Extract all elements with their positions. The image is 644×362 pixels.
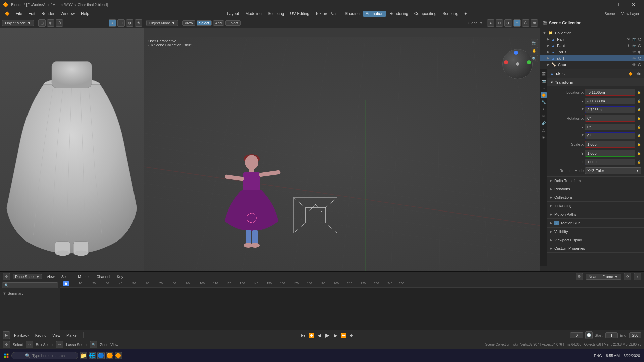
outliner-item-hair[interactable]: ▶ ▲ Hair 👁 📷 ◎ [540, 36, 644, 42]
xray-btn[interactable]: ⬡ [56, 19, 63, 27]
keying-menu[interactable]: Keying [33, 333, 49, 338]
viewport-display-header[interactable]: ▶ Viewport Display [547, 236, 644, 244]
scene-props-icon[interactable]: 🎬 [541, 71, 547, 77]
timeline-right-panel[interactable]: 0 0 10 20 30 40 50 60 70 80 90 100 110 1… [60, 281, 644, 330]
timeline-type-icon[interactable]: ⏱ [3, 273, 10, 280]
timeline-view-menu[interactable]: View [45, 274, 57, 279]
move-view-btn[interactable]: ✋ [531, 47, 538, 54]
viewport-rendered-btn[interactable]: ☀ [135, 19, 142, 27]
rotation-z-value[interactable]: 0° [585, 132, 635, 139]
wire-shading-btn[interactable]: ◻ [496, 19, 503, 27]
char-visibility-icon[interactable]: 👁 [632, 63, 636, 67]
search-taskbar-placeholder[interactable]: Type here to search [32, 354, 65, 358]
particles-props-icon[interactable]: ✦ [541, 106, 547, 112]
scale-y-lock-icon[interactable]: 🔒 [637, 151, 641, 156]
ws-tab-uv[interactable]: UV Editing [287, 11, 312, 17]
rotation-x-value[interactable]: 0° [585, 115, 635, 122]
timeline-normalize-icon[interactable]: ↕ [634, 273, 641, 280]
jump-to-prev-keyframe-btn[interactable]: ⏪ [308, 331, 315, 339]
collections-header[interactable]: ▶ Collections [547, 193, 644, 201]
edge-btn[interactable]: 🌐 [89, 352, 96, 359]
pant-render-icon[interactable]: ◎ [638, 43, 641, 48]
marker-menu[interactable]: Marker [64, 333, 80, 338]
current-frame-display[interactable]: 0 [570, 332, 583, 338]
menu-window[interactable]: Window [58, 11, 77, 17]
render-props-icon[interactable]: 📷 [541, 78, 547, 84]
location-z-value[interactable]: 2.7258m [585, 106, 635, 113]
ws-tab-modeling[interactable]: Modeling [243, 11, 264, 17]
zoom-view-btn[interactable]: 🔍 [531, 55, 538, 62]
scene-canvas[interactable]: 📷 ✋ 🔍 [144, 37, 540, 272]
pant-camera-icon[interactable]: 📷 [632, 44, 636, 47]
timeline-playhead[interactable] [66, 281, 66, 330]
frame-clock-icon[interactable]: 🕐 [585, 331, 593, 339]
object-props-icon[interactable]: 🔶 [541, 92, 547, 98]
ws-tab-scripting[interactable]: Scripting [440, 11, 461, 17]
timeline-search-input[interactable] [2, 282, 58, 288]
collection-root-item[interactable]: ▼ 📁 Collection [540, 29, 644, 36]
rotation-x-lock-icon[interactable]: 🔒 [637, 116, 641, 121]
object-mode-selector[interactable]: Object Mode ▼ [2, 20, 34, 26]
menu-edit[interactable]: Edit [25, 11, 38, 17]
overlay-btn[interactable]: ◎ [47, 19, 54, 27]
transform-section-header[interactable]: ▼ Transform [547, 78, 644, 86]
frame-snap-selector[interactable]: Nearest Frame ▼ [586, 274, 621, 280]
lasso-select-label[interactable]: Lasso Select [66, 343, 87, 347]
jump-to-end-btn[interactable]: ⏭ [348, 331, 355, 339]
menu-blender[interactable]: 🔶 [2, 11, 12, 17]
task3-btn[interactable]: 🟠 [106, 352, 113, 359]
start-frame-value[interactable]: 1 [605, 332, 618, 338]
motion-blur-header[interactable]: ▶ ✓ Motion Blur [547, 219, 644, 227]
delta-transform-header[interactable]: ▶ Delta Transform [547, 177, 644, 185]
bottom-mode-icon[interactable]: ⏱ [3, 341, 10, 348]
outliner-item-torus[interactable]: ▶ ▲ Torus 👁 ◎ [540, 49, 644, 55]
select-menu-btn[interactable]: Select [197, 20, 212, 26]
location-z-lock-icon[interactable]: 🔒 [637, 107, 641, 112]
material-shading-btn[interactable]: ◑ [504, 19, 512, 27]
timeline-key-menu[interactable]: Key [115, 274, 125, 279]
play-btn[interactable]: ▶ [324, 331, 331, 339]
main-mode-selector[interactable]: Object Mode ▼ [146, 20, 178, 26]
timeline-sync-icon[interactable]: ⟳ [624, 273, 631, 280]
end-frame-value[interactable]: 250 [629, 332, 641, 338]
instancing-header[interactable]: ▶ Instancing [547, 202, 644, 210]
scale-x-lock-icon[interactable]: 🔒 [637, 142, 641, 147]
menu-help[interactable]: Help [78, 11, 92, 17]
ws-tab-shading[interactable]: Shading [342, 11, 362, 17]
ws-tab-texture[interactable]: Texture Paint [313, 11, 341, 17]
hair-camera-icon[interactable]: 📷 [632, 38, 636, 41]
viewport-shading-btn[interactable]: ⬚ [38, 19, 46, 27]
step-back-btn[interactable]: ◀ [316, 331, 323, 339]
motion-blur-checkbox[interactable]: ✓ [554, 221, 559, 225]
view-layer-selector[interactable]: View Layer [619, 12, 642, 16]
viewport-wire-btn[interactable]: ◻ [117, 19, 125, 27]
torus-render-icon[interactable]: ◎ [638, 50, 641, 54]
left-viewport[interactable] [0, 28, 144, 272]
scale-y-value[interactable]: 1.000 [585, 150, 635, 157]
box-select-label[interactable]: Box Select [36, 343, 54, 347]
visibility-header[interactable]: ▶ Visibility [547, 228, 644, 236]
ws-tab-layout[interactable]: Layout [224, 11, 242, 17]
viewport-solid-btn[interactable]: ● [109, 19, 116, 27]
relations-header[interactable]: ▶ Relations [547, 185, 644, 193]
char-render-icon[interactable]: ◎ [638, 62, 641, 67]
camera-view-btn[interactable]: 📷 [531, 39, 538, 46]
ws-tab-rendering[interactable]: Rendering [387, 11, 411, 17]
skirt-visibility-icon[interactable]: 👁 [632, 56, 636, 60]
ws-tab-add[interactable]: + [462, 11, 469, 17]
hair-render-icon[interactable]: ◎ [638, 37, 641, 41]
file-explorer-btn[interactable]: 📁 [80, 352, 87, 359]
torus-visibility-icon[interactable]: 👁 [632, 50, 636, 54]
location-x-value[interactable]: -0.11065m [585, 89, 635, 96]
ws-tab-animation[interactable]: Animation [363, 11, 386, 17]
blender-taskbar-btn[interactable]: 🔶 [115, 352, 122, 359]
ws-tab-compositing[interactable]: Compositing [412, 11, 439, 17]
step-forward-btn[interactable]: ▶ [332, 331, 339, 339]
jump-to-start-btn[interactable]: ⏮ [300, 331, 307, 339]
outliner-item-char[interactable]: ▶ 🦴 Char 👁 ◎ [540, 61, 644, 68]
outliner-item-pant[interactable]: ▶ ▲ Pant 👁 📷 ◎ [540, 42, 644, 49]
constraints-props-icon[interactable]: 🔗 [541, 120, 547, 126]
add-menu-btn[interactable]: Add [213, 20, 224, 26]
scene-selector[interactable]: Scene [602, 12, 618, 16]
scale-x-value[interactable]: 1.000 [585, 141, 635, 148]
